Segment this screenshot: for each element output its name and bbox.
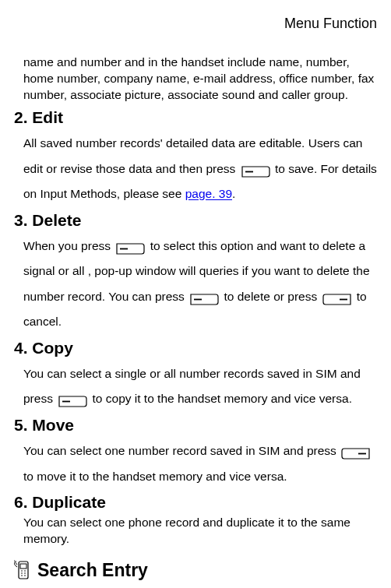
move-text-2: to move it to the handset memory and vic… — [23, 470, 287, 483]
copy-text-2: to copy it to the handset memory and vic… — [93, 393, 352, 406]
left-softkey-icon — [189, 290, 219, 304]
page-header: Menu Function — [14, 14, 377, 33]
right-softkey-icon — [322, 290, 352, 304]
right-softkey-icon — [341, 444, 371, 458]
delete-paragraph: When you press to select this option and… — [23, 233, 377, 334]
left-softkey-icon — [115, 239, 145, 253]
edit-paragraph: All saved number records' detailed data … — [23, 130, 377, 206]
heading-edit: 2. Edit — [14, 107, 377, 129]
move-paragraph: You can select one number record saved i… — [23, 438, 377, 488]
left-softkey-icon — [241, 162, 270, 176]
delete-text-3: to delete or press — [224, 290, 320, 303]
heading-move: 5. Move — [14, 414, 377, 436]
intro-paragraph: name and number and in the handset inclu… — [23, 55, 377, 104]
duplicate-paragraph: You can select one phone record and dupl… — [23, 515, 377, 548]
move-text-1: You can select one number record saved i… — [23, 445, 340, 458]
left-softkey-icon — [58, 392, 87, 406]
search-entry-section: Search Entry — [14, 557, 377, 584]
copy-paragraph: You can select a single or all number re… — [23, 361, 377, 411]
delete-text-1: When you press — [23, 239, 114, 252]
heading-duplicate: 6. Duplicate — [14, 491, 377, 513]
heading-copy: 4. Copy — [14, 337, 377, 359]
page-39-link[interactable]: page. 39 — [185, 188, 232, 201]
edit-text-3: . — [232, 188, 235, 201]
heading-search-entry: Search Entry — [37, 558, 148, 583]
heading-delete: 3. Delete — [14, 209, 377, 231]
phone-icon — [14, 560, 33, 582]
